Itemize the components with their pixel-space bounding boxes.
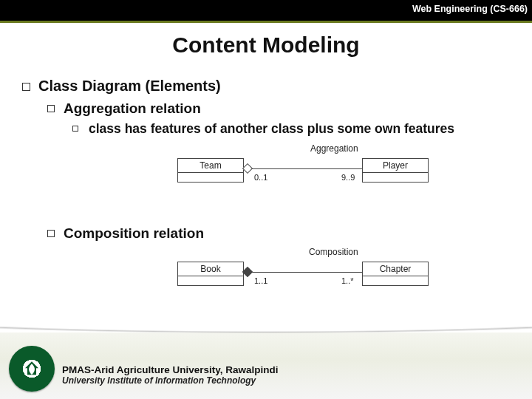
bullet-square-icon xyxy=(47,230,55,237)
content-area: Class Diagram (Elements) Aggregation rel… xyxy=(22,70,517,242)
uml-class-team-name: Team xyxy=(178,159,243,173)
bullet-square-icon xyxy=(22,83,30,91)
bullet-l2b-text: Composition relation xyxy=(64,225,204,241)
mult-left: 0..1 xyxy=(254,173,267,182)
footer-text: PMAS-Arid Agriculture University, Rawalp… xyxy=(62,364,279,386)
uml-class-player: Player xyxy=(362,158,429,183)
bullet-level2-aggregation: Aggregation relation xyxy=(47,100,517,117)
composition-label: Composition xyxy=(309,247,358,257)
aggregation-diagram: Aggregation Team Player 0..1 9..9 xyxy=(177,148,429,200)
mult-right: 1..* xyxy=(341,276,354,285)
uml-class-chapter: Chapter xyxy=(362,262,429,286)
footer-curve xyxy=(0,327,532,347)
bullet-square-icon xyxy=(72,126,78,132)
university-seal-icon xyxy=(9,346,55,392)
aggregation-diamond-icon xyxy=(242,163,253,174)
bullet-level2-composition: Composition relation xyxy=(47,225,517,242)
bullet-square-icon xyxy=(47,105,55,112)
uml-class-body xyxy=(178,173,243,182)
bullet-level3-aggregation-desc: class has features of another class plus… xyxy=(72,121,517,137)
bullet-l1-text: Class Diagram (Elements) xyxy=(38,78,221,94)
uml-class-book: Book xyxy=(177,262,244,286)
slide: Web Engineering (CS-666) Content Modelin… xyxy=(0,0,532,399)
slide-title: Content Modeling xyxy=(0,33,532,58)
course-code-label: Web Engineering (CS-666) xyxy=(412,4,528,14)
bullet-l2a-text: Aggregation relation xyxy=(64,100,201,116)
composition-diamond-icon xyxy=(242,267,253,277)
uml-class-body xyxy=(363,173,428,182)
footer-line2: University Institute of Information Tech… xyxy=(62,375,279,386)
relation-line xyxy=(252,168,362,169)
uml-class-player-name: Player xyxy=(363,159,428,173)
uml-class-body xyxy=(363,276,428,285)
uml-class-body xyxy=(178,276,243,285)
uml-class-chapter-name: Chapter xyxy=(363,262,428,276)
relation-line xyxy=(252,272,362,273)
aggregation-label: Aggregation xyxy=(310,143,358,154)
mult-right: 9..9 xyxy=(341,173,355,182)
uml-class-book-name: Book xyxy=(178,262,243,276)
top-bar-accent xyxy=(0,21,532,23)
footer-line1: PMAS-Arid Agriculture University, Rawalp… xyxy=(62,364,279,375)
bullet-level1: Class Diagram (Elements) xyxy=(22,78,517,95)
composition-diagram: Composition Book Chapter 1..1 1..* xyxy=(177,251,429,303)
bullet-l3a-text: class has features of another class plus… xyxy=(89,121,454,136)
mult-left: 1..1 xyxy=(254,276,267,285)
uml-class-team: Team xyxy=(177,158,244,183)
